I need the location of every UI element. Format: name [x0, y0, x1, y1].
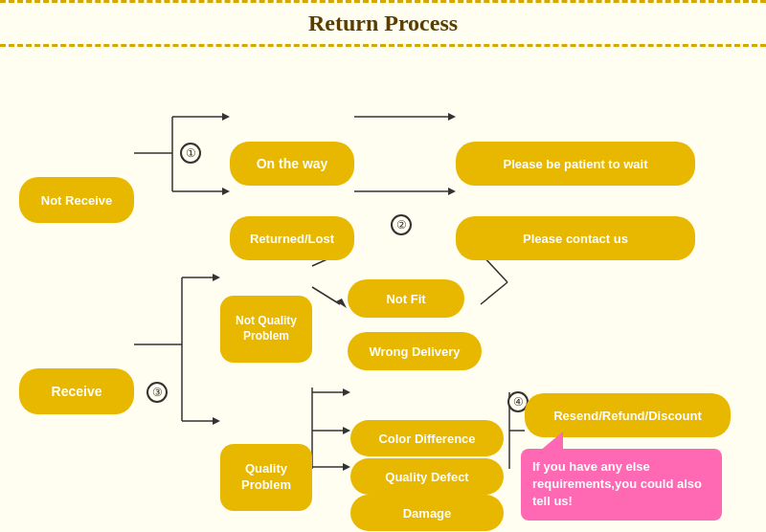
receive-box: Receive — [19, 368, 134, 414]
color-difference-box: Color Difference — [350, 420, 504, 456]
not-fit-box: Not Fit — [348, 279, 464, 318]
damage-box: Damage — [350, 495, 504, 531]
returned-lost-box: Returned/Lost — [230, 216, 354, 260]
not-receive-box: Not Receive — [19, 177, 134, 223]
quality-defect-box: Quality Defect — [350, 458, 504, 495]
please-contact-box: Please contact us — [456, 216, 695, 260]
diagram-content: Not Receive ① On the way Returned/Lost ②… — [0, 47, 766, 525]
quality-problem-box: Quality Problem — [220, 444, 312, 511]
circle-2: ② — [391, 214, 412, 235]
callout-bubble: If you have any else requirements,you co… — [521, 449, 722, 521]
wrong-delivery-box: Wrong Delivery — [348, 332, 482, 370]
circle-3: ③ — [146, 382, 168, 403]
not-quality-problem-box: Not Quality Problem — [220, 296, 312, 363]
page-header: Return Process — [0, 0, 766, 47]
circle-1: ① — [180, 143, 201, 164]
page-title: Return Process — [308, 11, 458, 35]
please-be-patient-box: Please be patient to wait — [456, 142, 695, 186]
on-the-way-box: On the way — [230, 142, 354, 186]
